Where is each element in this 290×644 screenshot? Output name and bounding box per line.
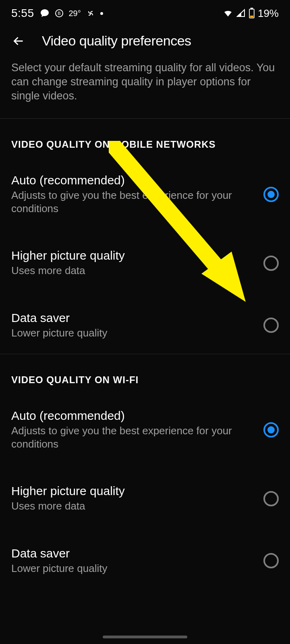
- option-mobile-higher[interactable]: Higher picture quality Uses more data: [0, 242, 290, 285]
- status-right: 19%: [222, 7, 279, 20]
- back-arrow-icon[interactable]: [11, 34, 26, 48]
- svg-text:B: B: [58, 11, 60, 16]
- battery-percentage: 19%: [258, 7, 279, 20]
- section-wifi: VIDEO QUALITY ON WI-FI Auto (recommended…: [0, 354, 290, 582]
- svg-rect-3: [251, 8, 253, 9]
- dot-icon: [100, 12, 103, 15]
- option-title: Higher picture quality: [11, 484, 255, 498]
- radio-button[interactable]: [263, 318, 279, 333]
- option-text: Auto (recommended) Adjusts to give you t…: [11, 173, 263, 215]
- status-temperature: 29°: [69, 9, 81, 18]
- status-time: 5:55: [11, 7, 34, 20]
- status-icons-left: B 29°: [40, 8, 103, 18]
- radio-button[interactable]: [263, 553, 279, 568]
- radio-button[interactable]: [263, 256, 279, 271]
- page-description: Select your default streaming quality fo…: [0, 61, 290, 118]
- option-subtitle: Adjusts to give you the best experience …: [11, 189, 255, 215]
- radio-button[interactable]: [263, 491, 279, 506]
- status-left: 5:55 B 29°: [11, 7, 103, 20]
- home-indicator[interactable]: [103, 636, 187, 638]
- svg-rect-4: [250, 16, 253, 17]
- section-header-wifi: VIDEO QUALITY ON WI-FI: [0, 354, 290, 402]
- signal-icon: [236, 8, 246, 18]
- option-wifi-auto[interactable]: Auto (recommended) Adjusts to give you t…: [0, 402, 290, 458]
- option-title: Auto (recommended): [11, 409, 255, 423]
- option-text: Data saver Lower picture quality: [11, 311, 263, 340]
- pinwheel-icon: [86, 8, 95, 18]
- option-subtitle: Adjusts to give you the best experience …: [11, 424, 255, 450]
- option-wifi-higher[interactable]: Higher picture quality Uses more data: [0, 477, 290, 520]
- chat-bubble-icon: [40, 8, 50, 18]
- radio-button[interactable]: [263, 187, 279, 202]
- option-subtitle: Lower picture quality: [11, 326, 255, 340]
- status-bar: 5:55 B 29° 19%: [0, 0, 290, 25]
- option-text: Higher picture quality Uses more data: [11, 249, 263, 277]
- option-mobile-datasaver[interactable]: Data saver Lower picture quality: [0, 304, 290, 347]
- option-subtitle: Uses more data: [11, 500, 255, 513]
- section-mobile-networks: VIDEO QUALITY ON MOBILE NETWORKS Auto (r…: [0, 119, 290, 347]
- option-text: Higher picture quality Uses more data: [11, 484, 263, 513]
- wifi-icon: [222, 8, 234, 18]
- app-header: Video quality preferences: [0, 25, 290, 61]
- option-title: Data saver: [11, 547, 255, 560]
- option-mobile-auto[interactable]: Auto (recommended) Adjusts to give you t…: [0, 166, 290, 222]
- option-text: Data saver Lower picture quality: [11, 547, 263, 575]
- option-wifi-datasaver[interactable]: Data saver Lower picture quality: [0, 539, 290, 582]
- page-title: Video quality preferences: [42, 33, 191, 49]
- option-subtitle: Lower picture quality: [11, 562, 255, 575]
- radio-button[interactable]: [263, 422, 279, 438]
- option-title: Data saver: [11, 311, 255, 325]
- option-text: Auto (recommended) Adjusts to give you t…: [11, 409, 263, 450]
- battery-icon: [248, 8, 255, 19]
- option-subtitle: Uses more data: [11, 264, 255, 277]
- circle-b-icon: B: [54, 8, 64, 18]
- option-title: Auto (recommended): [11, 173, 255, 187]
- option-title: Higher picture quality: [11, 249, 255, 262]
- section-header-mobile: VIDEO QUALITY ON MOBILE NETWORKS: [0, 119, 290, 166]
